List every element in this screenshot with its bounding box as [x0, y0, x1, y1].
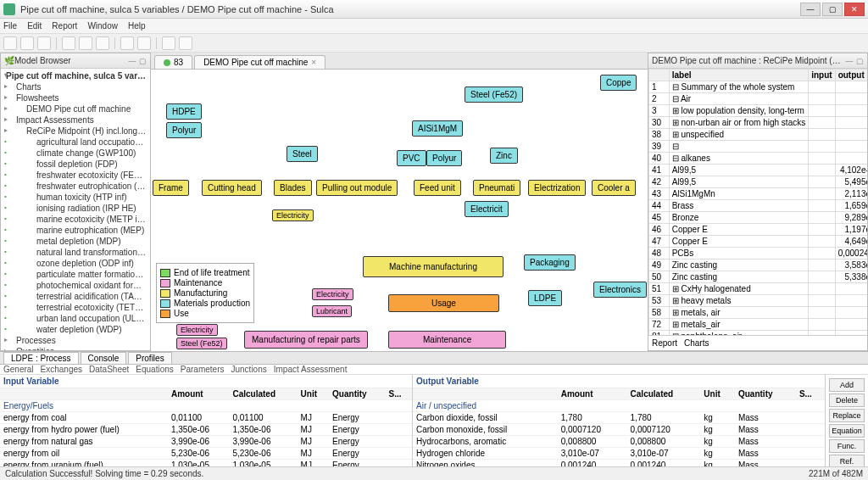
- node-blades[interactable]: Blades: [274, 180, 312, 196]
- menu-window[interactable]: Window: [87, 21, 118, 31]
- node-maint[interactable]: Maintenance: [388, 331, 506, 349]
- node-mrp[interactable]: Manufacturing of repair parts: [244, 331, 368, 349]
- tree-item[interactable]: freshwater eutrophication (FEP): [3, 181, 148, 192]
- tree-item[interactable]: particulate matter formation (PMFP): [3, 269, 148, 280]
- subtab[interactable]: Equations: [136, 365, 173, 374]
- node-polyur[interactable]: Polyur: [166, 122, 202, 138]
- flowsheet-canvas[interactable]: HDPE Polyur Steel Steel (Fe52) AISi1MgM …: [151, 70, 648, 351]
- close-button[interactable]: ✕: [844, 3, 865, 16]
- side-btn[interactable]: Equation: [829, 424, 865, 438]
- tree-item[interactable]: marine eutrophication (MEP): [3, 225, 148, 236]
- node-steelfe[interactable]: Steel (Fe52): [465, 87, 523, 103]
- tree-item[interactable]: fossil depletion (FDP): [3, 159, 148, 170]
- tree-item[interactable]: Impact Assessments: [3, 114, 148, 126]
- node-machine-mfg[interactable]: Machine manufacturing: [363, 256, 504, 277]
- subtab[interactable]: Junctions: [231, 365, 267, 374]
- minimize-button[interactable]: —: [800, 3, 821, 16]
- node-zinc[interactable]: Zinc: [490, 148, 518, 164]
- tree-item[interactable]: ozone depletion (ODP inf): [3, 258, 148, 269]
- node-polyur2[interactable]: Polyur: [426, 150, 462, 166]
- tree-item[interactable]: climate change (GWP100): [3, 148, 148, 159]
- tree-root[interactable]: Pipe cut off machine, sulca 5 variables: [3, 70, 148, 81]
- input-table[interactable]: AmountCalculatedUnitQuantityS...Energy/F…: [0, 388, 412, 472]
- node-steel[interactable]: Steel: [287, 146, 318, 162]
- tree-item[interactable]: Quantities: [3, 346, 148, 350]
- tree-item[interactable]: human toxicity (HTP inf): [3, 192, 148, 203]
- tree-item[interactable]: Charts: [3, 81, 148, 92]
- side-btn[interactable]: Delete: [829, 393, 865, 407]
- tree-item[interactable]: ReCiPe Midpoint (H) incl.long-term [18]: [3, 126, 148, 137]
- menu-edit[interactable]: Edit: [27, 21, 42, 31]
- node-frame[interactable]: Frame: [153, 180, 189, 196]
- tool-run[interactable]: [162, 36, 175, 50]
- subtab[interactable]: DataSheet: [89, 365, 129, 374]
- node-electr[interactable]: Electrization: [528, 180, 586, 196]
- node-elec-small[interactable]: Electricit: [465, 201, 509, 217]
- node-aisi[interactable]: AISi1MgM: [412, 120, 463, 137]
- tree-item[interactable]: DEMO Pipe cut off machine: [3, 103, 148, 114]
- node-lubricant[interactable]: Lubricant: [312, 305, 352, 317]
- tree-item[interactable]: terrestrial ecotoxicity (TETP inf): [3, 302, 148, 313]
- tool-new[interactable]: [3, 36, 17, 50]
- tree-item[interactable]: photochemical oxidant formation (PC: [3, 280, 148, 291]
- tool-save[interactable]: [37, 36, 51, 50]
- tool-paste[interactable]: [96, 36, 109, 50]
- node-pulling[interactable]: Pulling out module: [316, 180, 398, 196]
- output-table[interactable]: AmountCalculatedUnitQuantityS...Air / un…: [413, 388, 825, 472]
- tree-item[interactable]: ionising radiation (IRP HE): [3, 203, 148, 214]
- tab-counter[interactable]: 83: [154, 55, 192, 69]
- side-btn[interactable]: Replace: [829, 409, 865, 422]
- panel-min-icon[interactable]: —: [845, 57, 854, 65]
- panel-max-icon[interactable]: ▢: [138, 57, 147, 65]
- subtab[interactable]: Impact Assessment: [274, 365, 348, 374]
- node-pvc[interactable]: PVC: [397, 150, 426, 166]
- panel-close-icon[interactable]: ▢: [855, 57, 864, 65]
- panel-min-icon[interactable]: —: [128, 57, 136, 65]
- tool-redo[interactable]: [137, 36, 151, 50]
- subtab[interactable]: Exchanges: [41, 365, 82, 374]
- tool-stop[interactable]: [179, 36, 192, 50]
- node-cutting[interactable]: Cutting head: [202, 180, 262, 196]
- tree-item[interactable]: metal depletion (MDP): [3, 236, 148, 247]
- node-pneu[interactable]: Pneumati: [473, 180, 520, 196]
- tree-item[interactable]: agricultural land occupation (ALOP): [3, 137, 148, 148]
- tree-item[interactable]: water depletion (WDP): [3, 324, 148, 335]
- tree-item[interactable]: urban land occupation (ULOP): [3, 313, 148, 324]
- node-feed[interactable]: Feed unit: [414, 180, 461, 196]
- node-sf[interactable]: Steel (Fe52): [176, 338, 227, 349]
- tab-flowsheet[interactable]: DEMO Pipe cut off machine×: [194, 55, 326, 69]
- model-tree[interactable]: Pipe cut off machine, sulca 5 variablesC…: [1, 69, 150, 350]
- results-tab-charts[interactable]: Charts: [684, 338, 709, 348]
- node-elec2[interactable]: Electricity: [272, 209, 314, 221]
- tree-item[interactable]: marine ecotoxicity (METP inf): [3, 214, 148, 225]
- tree-item[interactable]: freshwater ecotoxicity (FETP inf): [3, 170, 148, 181]
- node-coppe[interactable]: Coppe: [600, 75, 637, 91]
- results-tab-report[interactable]: Report: [652, 338, 677, 348]
- tool-undo[interactable]: [120, 36, 134, 50]
- side-btn[interactable]: Add: [829, 378, 865, 392]
- tree-item[interactable]: Processes: [3, 335, 148, 346]
- node-elec3[interactable]: Electricity: [312, 288, 353, 300]
- menu-help[interactable]: Help: [128, 21, 146, 31]
- subtab[interactable]: General: [3, 365, 34, 374]
- node-usage[interactable]: Usage: [388, 294, 499, 312]
- tool-open[interactable]: [20, 36, 34, 50]
- tree-item[interactable]: terrestrial acidification (TAP100): [3, 291, 148, 302]
- subtab[interactable]: Parameters: [181, 365, 225, 374]
- tree-item[interactable]: Flowsheets: [3, 92, 148, 103]
- node-elec4[interactable]: Electricity: [176, 324, 218, 336]
- menu-report[interactable]: Report: [52, 21, 77, 31]
- tree-item[interactable]: natural land transformation (NLTP): [3, 247, 148, 258]
- btab-profiles[interactable]: Profiles: [128, 352, 171, 364]
- tool-copy[interactable]: [79, 36, 92, 50]
- tool-cut[interactable]: [62, 36, 75, 50]
- btab-console[interactable]: Console: [81, 352, 127, 364]
- results-grid[interactable]: labelinputoutput1⊟ Summary of the whole …: [648, 69, 867, 335]
- menu-file[interactable]: File: [3, 21, 17, 31]
- node-electronics[interactable]: Electronics: [593, 282, 647, 298]
- node-ldpe[interactable]: LDPE: [528, 290, 562, 306]
- side-btn[interactable]: Func.: [829, 439, 865, 453]
- tab-close-icon[interactable]: ×: [311, 58, 316, 67]
- node-hdpe[interactable]: HDPE: [166, 103, 202, 120]
- btab-process[interactable]: LDPE : Process: [3, 352, 79, 364]
